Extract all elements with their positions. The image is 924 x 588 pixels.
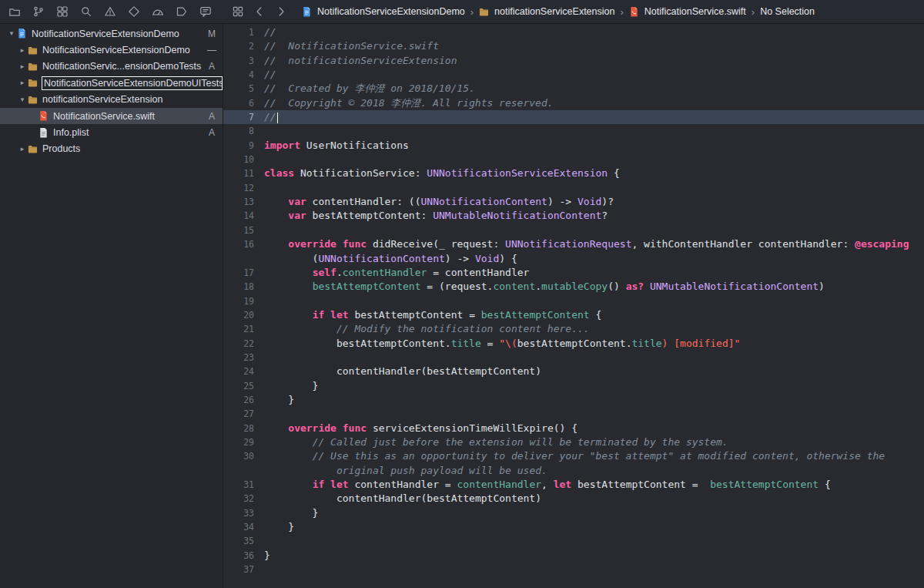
line-number[interactable]: 31 — [223, 478, 254, 492]
code-line[interactable]: 9import UserNotifications — [223, 139, 924, 153]
code-line[interactable]: 13 var contentHandler: ((UNNotificationC… — [223, 195, 924, 209]
disclosure-right-icon[interactable]: ▸ — [17, 146, 28, 153]
code-line[interactable]: 7// — [223, 110, 924, 124]
sidebar-item[interactable]: ▾NotificationServiceExtensionDemoM — [0, 25, 223, 42]
line-number[interactable]: 22 — [223, 337, 254, 351]
report-navigator-button[interactable] — [199, 5, 213, 18]
line-number[interactable]: 15 — [223, 223, 254, 237]
breakpoint-navigator-button[interactable] — [175, 5, 189, 18]
line-number[interactable]: 21 — [223, 322, 254, 336]
line-number[interactable]: 8 — [223, 124, 254, 138]
disclosure-down-icon[interactable]: ▾ — [17, 96, 28, 103]
code-line[interactable]: 4// — [223, 68, 924, 82]
breadcrumb-item[interactable]: notificationServiceExtension — [479, 6, 614, 18]
disclosure-right-icon[interactable]: ▸ — [17, 47, 28, 54]
code-line[interactable]: 29 // Called just before the extension w… — [223, 435, 924, 449]
debug-navigator-button[interactable] — [151, 5, 165, 18]
code-line[interactable]: 36} — [223, 549, 924, 563]
line-number[interactable]: 16 — [223, 237, 254, 251]
issue-navigator-button[interactable] — [103, 5, 117, 18]
code-line[interactable]: 27 — [223, 407, 924, 421]
line-number[interactable]: 1 — [223, 25, 254, 39]
code-line[interactable]: 28 override func serviceExtensionTimeWil… — [223, 422, 924, 435]
breadcrumb-item[interactable]: NotificationServiceExtensionDemo — [302, 6, 465, 18]
code-line[interactable]: 32 contentHandler(bestAttemptContent) — [223, 492, 924, 506]
sidebar-item[interactable]: ▸NotificationServic...ensionDemoTestsA — [0, 59, 223, 75]
back-button[interactable] — [253, 5, 266, 18]
line-number[interactable]: 12 — [223, 181, 254, 195]
code-line[interactable]: 2// NotificationService.swift — [223, 39, 924, 53]
code-line[interactable]: 12 — [223, 181, 924, 195]
breadcrumb-item[interactable]: NotificationService.swift — [629, 6, 746, 18]
test-navigator-button[interactable] — [127, 5, 141, 18]
line-number[interactable]: 17 — [223, 266, 254, 280]
disclosure-down-icon[interactable]: ▾ — [6, 30, 17, 37]
code-line[interactable]: 25 } — [223, 379, 924, 393]
code-line[interactable]: original push payload will be used. — [223, 464, 924, 478]
line-number[interactable]: 10 — [223, 153, 254, 166]
code-line[interactable]: 22 bestAttemptContent.title = "\(bestAtt… — [223, 337, 924, 351]
code-line[interactable]: 11class NotificationService: UNNotificat… — [223, 166, 924, 180]
line-number[interactable]: 3 — [223, 54, 254, 68]
code-line[interactable]: 14 var bestAttemptContent: UNMutableNoti… — [223, 209, 924, 223]
code-line[interactable]: 31 if let contentHandler = contentHandle… — [223, 478, 924, 492]
code-line[interactable]: 15 — [223, 223, 924, 237]
line-number[interactable]: 14 — [223, 209, 254, 223]
code-line[interactable]: 26 } — [223, 393, 924, 407]
code-line[interactable]: 37 — [223, 563, 924, 576]
code-line[interactable]: 21 // Modify the notification content he… — [223, 322, 924, 336]
code-line[interactable]: 33 } — [223, 506, 924, 520]
line-number[interactable]: 32 — [223, 492, 254, 506]
code-line[interactable]: 16 override func didReceive(_ request: U… — [223, 237, 924, 251]
code-line[interactable]: 24 contentHandler(bestAttemptContent) — [223, 365, 924, 378]
project-navigator-button[interactable] — [8, 5, 22, 18]
code-line[interactable]: 19 — [223, 294, 924, 308]
find-navigator-button[interactable] — [79, 5, 93, 18]
line-number[interactable]: 34 — [223, 520, 254, 534]
code-line[interactable]: 23 — [223, 351, 924, 365]
code-line[interactable]: 34 } — [223, 520, 924, 534]
line-number[interactable]: 26 — [223, 393, 254, 407]
source-editor[interactable]: 1//2// NotificationService.swift3// noti… — [223, 24, 924, 588]
line-number[interactable]: 5 — [223, 82, 254, 96]
sidebar-item[interactable]: ▸NotificationServiceExtensionDemo— — [0, 42, 223, 58]
code-line[interactable]: 35 — [223, 534, 924, 548]
sidebar-item[interactable]: NotificationService.swiftA — [0, 108, 223, 124]
line-number[interactable]: 9 — [223, 139, 254, 153]
forward-button[interactable] — [274, 5, 288, 18]
code-line[interactable]: 30 // Use this as an opportunity to deli… — [223, 449, 924, 463]
line-number[interactable]: 18 — [223, 280, 254, 294]
code-line[interactable]: (UNNotificationContent) -> Void) { — [223, 252, 924, 266]
line-number[interactable]: 27 — [223, 407, 254, 421]
sidebar-item[interactable]: ▸NotificationServiceExtensionDemoUITests — [0, 75, 223, 91]
code-line[interactable]: 20 if let bestAttemptContent = bestAttem… — [223, 308, 924, 322]
symbol-navigator-button[interactable] — [55, 5, 69, 18]
line-number[interactable]: 2 — [223, 39, 254, 53]
line-number[interactable]: 23 — [223, 351, 254, 365]
line-number[interactable]: 36 — [223, 549, 254, 563]
code-line[interactable]: 8 — [223, 124, 924, 138]
related-items-button[interactable] — [231, 5, 245, 18]
line-number[interactable]: 13 — [223, 195, 254, 209]
line-number[interactable]: 6 — [223, 96, 254, 110]
line-number[interactable]: 11 — [223, 166, 254, 180]
sidebar-item[interactable]: ▾notificationServiceExtension — [0, 92, 223, 108]
line-number[interactable]: 4 — [223, 68, 254, 82]
line-number[interactable]: 30 — [223, 449, 254, 463]
code-line[interactable]: 5// Created by 李仲澄 on 2018/10/15. — [223, 82, 924, 96]
line-number[interactable]: 20 — [223, 308, 254, 322]
line-number[interactable]: 24 — [223, 365, 254, 378]
line-number[interactable]: 28 — [223, 422, 254, 435]
disclosure-right-icon[interactable]: ▸ — [17, 79, 28, 86]
line-number[interactable]: 7 — [223, 110, 254, 124]
code-line[interactable]: 6// Copyright © 2018 李仲澄. All rights res… — [223, 96, 924, 110]
breadcrumb-item[interactable]: No Selection — [760, 6, 815, 17]
source-control-navigator-button[interactable] — [32, 5, 45, 18]
code-line[interactable]: 3// notificationServiceExtension — [223, 54, 924, 68]
line-number[interactable]: 33 — [223, 506, 254, 520]
code-line[interactable]: 17 self.contentHandler = contentHandler — [223, 266, 924, 280]
sidebar-item[interactable]: Info.plistA — [0, 124, 223, 140]
line-number[interactable]: 29 — [223, 435, 254, 449]
line-number[interactable]: 37 — [223, 563, 254, 576]
code-line[interactable]: 1// — [223, 25, 924, 39]
